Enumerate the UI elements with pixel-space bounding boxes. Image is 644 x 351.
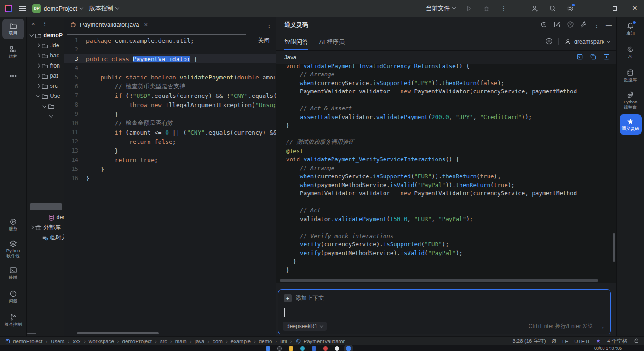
breadcrumb-item-demoProject[interactable]: demoProject: [5, 338, 43, 344]
tree-chevron-icon[interactable]: [49, 114, 53, 118]
stripe-item-structure[interactable]: 结构: [2, 42, 24, 62]
tree-chevron-icon[interactable]: [43, 104, 46, 108]
send-button[interactable]: →: [598, 323, 605, 330]
breadcrumb-item-demo[interactable]: demo: [259, 339, 272, 344]
run-icon[interactable]: [461, 2, 477, 15]
breadcrumb-item-demoProject[interactable]: demoProject: [122, 339, 152, 344]
panel-minimize-icon[interactable]: —: [606, 22, 612, 28]
stripe-item-vcs[interactable]: 版本控制: [2, 310, 24, 330]
stripe-item-lingma[interactable]: 通义灵码: [620, 114, 642, 135]
stripe-item-database[interactable]: 数据库: [620, 66, 642, 86]
taskbar-app-icon[interactable]: [312, 346, 316, 351]
new-chat-icon[interactable]: [553, 21, 561, 29]
code-line-10[interactable]: 10 // 检查金额是否有效: [64, 119, 276, 128]
search-icon[interactable]: [545, 2, 560, 15]
tree-selection-block[interactable]: [30, 203, 62, 210]
tree-chevron-icon[interactable]: [30, 226, 34, 229]
file-encoding[interactable]: UTF-8: [574, 339, 589, 344]
code-line-3[interactable]: 3public class PaymentValidator {: [64, 54, 276, 63]
copy-code-icon[interactable]: [590, 53, 597, 62]
stripe-item-terminal[interactable]: 终端: [2, 263, 24, 283]
code-line-4[interactable]: 4: [64, 63, 276, 73]
taskbar-search-icon[interactable]: [277, 346, 282, 351]
close-button[interactable]: ×: [626, 0, 644, 16]
code-line-7[interactable]: 7 if (!"USD".equals(currency) && !"CNY".…: [64, 91, 276, 100]
stripe-item-ai[interactable]: AI: [620, 42, 642, 62]
help-icon[interactable]: [567, 21, 574, 29]
debug-icon[interactable]: [478, 2, 494, 15]
maximize-button[interactable]: [605, 0, 624, 16]
code-line-13[interactable]: 13 }: [64, 146, 276, 155]
code-line-1[interactable]: 1package com.example.demo.util;: [64, 36, 276, 45]
code-line-12[interactable]: 12 return false;: [64, 137, 276, 146]
tree-item-pat[interactable]: pat: [27, 71, 64, 81]
editor-more-icon[interactable]: ⋮: [266, 21, 272, 28]
code-line-14[interactable]: 14 return true;: [64, 155, 276, 164]
tree-chevron-icon[interactable]: [36, 54, 40, 57]
stripe-item-python-console[interactable]: Python 控制台: [620, 89, 642, 111]
insert-code-icon[interactable]: [576, 53, 583, 62]
scrollbar-thumb[interactable]: [67, 34, 246, 35]
breadcrumb-item-com[interactable]: com: [213, 339, 223, 344]
run-configuration-selector[interactable]: 当前文件: [426, 4, 455, 12]
code-line-9[interactable]: 9 }: [64, 109, 276, 119]
code-line-15[interactable]: 15 }: [64, 164, 276, 174]
scrollbar-thumb[interactable]: [280, 279, 598, 282]
new-session-icon[interactable]: [545, 37, 553, 46]
minimize-button[interactable]: —: [585, 0, 604, 16]
taskbar-clock[interactable]: 03/03 17:07:05: [594, 346, 622, 351]
indent-setting[interactable]: 4 个空格: [607, 338, 627, 345]
taskbar-app-icon[interactable]: [335, 346, 339, 351]
main-menu-icon[interactable]: [19, 6, 26, 11]
settings-gear-icon[interactable]: [562, 2, 578, 15]
scrollbar-thumb[interactable]: [613, 233, 615, 262]
lock-icon[interactable]: [633, 338, 639, 345]
tree-item-bac[interactable]: bac: [27, 51, 64, 61]
lingma-status-icon[interactable]: [595, 338, 601, 345]
taskbar-app-icon[interactable]: [323, 346, 328, 351]
breadcrumb-item-PaymentValidator[interactable]: PaymentValidator: [295, 338, 345, 344]
code-line-6[interactable]: 6 // 检查货币类型是否支持: [64, 82, 276, 91]
line-separator[interactable]: LF: [562, 339, 568, 344]
scrollbar-thumb[interactable]: [27, 333, 36, 334]
project-widget[interactable]: DP demoProject: [32, 4, 83, 13]
panel-options-icon[interactable]: ⋮: [42, 20, 48, 27]
model-selector[interactable]: deepseekR1: [283, 322, 327, 331]
stripe-item-problems[interactable]: 问题: [2, 287, 24, 307]
code-line-16[interactable]: 16}: [64, 174, 276, 183]
tree-item[interactable]: [27, 101, 64, 111]
collapse-icon[interactable]: ×: [31, 20, 35, 27]
tree-item-外部库[interactable]: 外部库: [27, 222, 64, 232]
stripe-item-services[interactable]: 服务: [2, 215, 24, 235]
tree-item-临时文件[interactable]: 临时文件: [27, 232, 64, 243]
code-line-5[interactable]: 5 public static boolean validatePayment(…: [64, 73, 276, 82]
chat-input-box[interactable]: + 添加上下文 deepseekR1 Ctrl+Enter 换行/Enter 发…: [278, 289, 611, 334]
stripe-item-project[interactable]: 项目: [2, 19, 24, 39]
panel-more-icon[interactable]: ⋮: [593, 21, 600, 28]
add-context-button[interactable]: + 添加上下文: [284, 294, 605, 302]
breadcrumb-item-main[interactable]: main: [175, 339, 187, 344]
tree-chevron-icon[interactable]: [36, 44, 40, 47]
add-user-icon[interactable]: [527, 2, 543, 15]
breadcrumb-item-example[interactable]: example: [231, 339, 251, 344]
scrollbar-thumb[interactable]: [77, 332, 159, 334]
stripe-item-python-packages[interactable]: Python 软件包: [2, 238, 24, 260]
tree-item-Use[interactable]: Use: [27, 91, 64, 101]
tree-chevron-icon[interactable]: [36, 64, 40, 68]
hide-panel-icon[interactable]: —: [55, 20, 61, 27]
caret-position[interactable]: 3:28 (16 字符): [512, 338, 546, 345]
taskbar-explorer-icon[interactable]: [289, 346, 293, 351]
close-hint-link[interactable]: 关闭: [258, 37, 270, 45]
user-account[interactable]: dreamspark: [564, 38, 610, 45]
vcs-menu[interactable]: 版本控制: [89, 4, 119, 12]
more-actions-icon[interactable]: ⋮: [496, 2, 512, 15]
tree-item-.ide[interactable]: .ide: [27, 40, 64, 51]
tree-item[interactable]: [27, 111, 64, 121]
stripe-item-notifications[interactable]: 通知: [620, 19, 642, 39]
tree-item-fron[interactable]: fron: [27, 61, 64, 71]
new-file-icon[interactable]: [603, 53, 610, 62]
stripe-item-more[interactable]: [2, 66, 24, 86]
breadcrumb-item-xxx[interactable]: xxx: [73, 339, 80, 344]
taskbar-active-app-icon[interactable]: [346, 346, 351, 351]
tree-chevron-icon[interactable]: [36, 94, 40, 97]
